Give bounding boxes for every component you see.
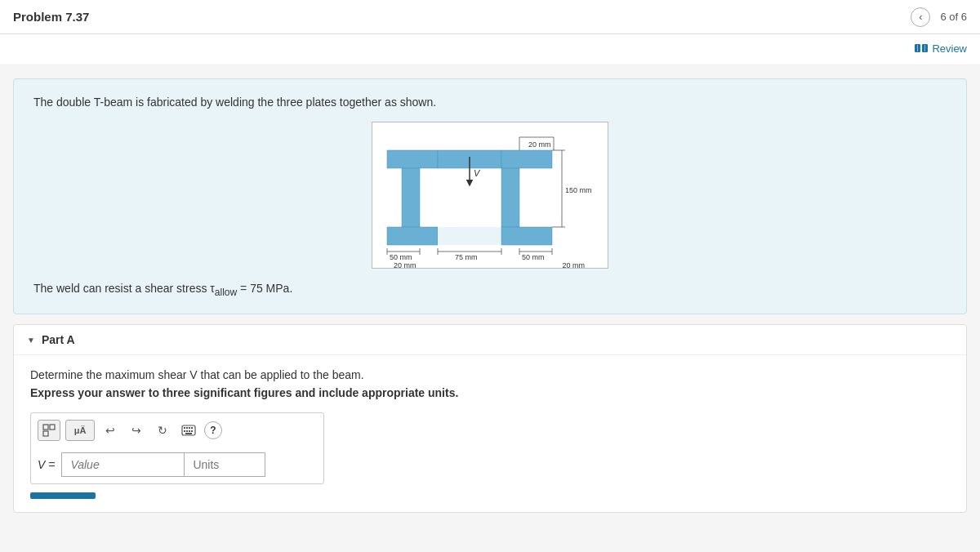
undo-icon: ↩ — [105, 424, 115, 437]
units-input[interactable] — [184, 452, 265, 477]
problem-panel: The double T-beam is fabricated by weldi… — [13, 78, 967, 315]
svg-rect-34 — [43, 425, 48, 430]
mu-button[interactable]: μÄ — [65, 420, 95, 441]
svg-rect-35 — [50, 425, 55, 430]
keyboard-icon — [181, 425, 196, 436]
svg-text:50 mm: 50 mm — [522, 253, 545, 261]
header: Problem 7.37 ‹ 6 of 6 — [0, 0, 980, 34]
review-bar: Review — [0, 34, 980, 65]
dim-bottom-right: 20 mm — [562, 261, 585, 269]
problem-description: The double T-beam is fabricated by weldi… — [33, 96, 947, 109]
svg-rect-4 — [387, 150, 438, 168]
review-label: Review — [932, 42, 967, 55]
mu-label: μÄ — [74, 425, 87, 435]
v-equals-label: V = — [38, 458, 55, 471]
answer-box: μÄ ↩ ↪ ↻ — [30, 412, 324, 484]
part-a-header[interactable]: ▼ Part A — [14, 325, 966, 355]
matrix-button[interactable] — [38, 420, 60, 441]
svg-text:75 mm: 75 mm — [455, 253, 478, 261]
question-mark-icon: ? — [210, 425, 216, 436]
header-right: ‹ 6 of 6 — [911, 7, 967, 27]
svg-rect-6 — [501, 150, 552, 168]
beam-diagram: V 20 mm 150 mm 50 mm — [385, 136, 598, 262]
help-button[interactable]: ? — [204, 421, 222, 439]
refresh-icon: ↻ — [158, 424, 167, 437]
svg-rect-43 — [186, 430, 188, 432]
svg-rect-45 — [191, 430, 193, 432]
undo-button[interactable]: ↩ — [100, 420, 121, 441]
svg-rect-44 — [189, 430, 190, 432]
svg-rect-3 — [924, 45, 925, 51]
value-input[interactable] — [61, 452, 184, 477]
weld-value: = 75 MPa. — [237, 282, 292, 295]
diagram-container: V 20 mm 150 mm 50 mm — [33, 122, 947, 269]
problem-title: Problem 7.37 — [13, 10, 89, 24]
part-a-body: Determine the maximum shear V that can b… — [14, 355, 966, 512]
svg-text:V: V — [474, 168, 481, 178]
svg-rect-46 — [185, 433, 192, 434]
dim-bottom-left: 20 mm — [394, 261, 416, 269]
toolbar-row: μÄ ↩ ↪ ↻ — [38, 420, 317, 446]
weld-text-prefix: The weld can resist a shear stress τ — [33, 282, 215, 295]
svg-rect-39 — [186, 427, 188, 429]
svg-rect-36 — [43, 431, 48, 436]
svg-rect-7 — [402, 168, 420, 227]
redo-icon: ↪ — [131, 424, 141, 437]
weld-subscript: allow — [215, 286, 237, 297]
svg-rect-8 — [501, 168, 519, 227]
diagram-box: V 20 mm 150 mm 50 mm — [372, 122, 608, 269]
part-a-instruction: Express your answer to three significant… — [30, 386, 950, 399]
book-icon — [915, 44, 928, 54]
svg-rect-40 — [189, 427, 190, 429]
svg-rect-41 — [191, 427, 193, 429]
collapse-triangle-icon: ▼ — [27, 336, 35, 345]
nav-back-button[interactable]: ‹ — [911, 7, 930, 27]
svg-rect-42 — [184, 430, 185, 432]
main-content: The double T-beam is fabricated by weldi… — [0, 65, 980, 536]
submit-button-hint[interactable] — [30, 492, 96, 499]
svg-rect-38 — [184, 427, 185, 429]
review-link[interactable]: Review — [915, 42, 967, 55]
bottom-dims: 20 mm 20 mm — [385, 261, 595, 269]
svg-rect-9 — [387, 227, 438, 245]
redo-button[interactable]: ↪ — [126, 420, 147, 441]
refresh-button[interactable]: ↻ — [152, 420, 173, 441]
part-a-description: Determine the maximum shear V that can b… — [30, 368, 950, 381]
svg-text:50 mm: 50 mm — [390, 253, 412, 261]
svg-rect-2 — [917, 45, 918, 51]
part-a-section: ▼ Part A Determine the maximum shear V t… — [13, 324, 967, 513]
svg-text:20 mm: 20 mm — [528, 140, 551, 149]
grid-icon — [42, 424, 56, 437]
svg-rect-10 — [438, 227, 501, 245]
part-a-title: Part A — [42, 333, 75, 346]
chevron-left-icon: ‹ — [919, 11, 922, 23]
keyboard-button[interactable] — [178, 420, 199, 441]
svg-text:150 mm: 150 mm — [565, 186, 592, 194]
input-row: V = — [38, 452, 317, 477]
svg-rect-11 — [501, 227, 552, 245]
page-counter: 6 of 6 — [940, 11, 967, 23]
weld-description: The weld can resist a shear stress τallo… — [33, 282, 947, 298]
